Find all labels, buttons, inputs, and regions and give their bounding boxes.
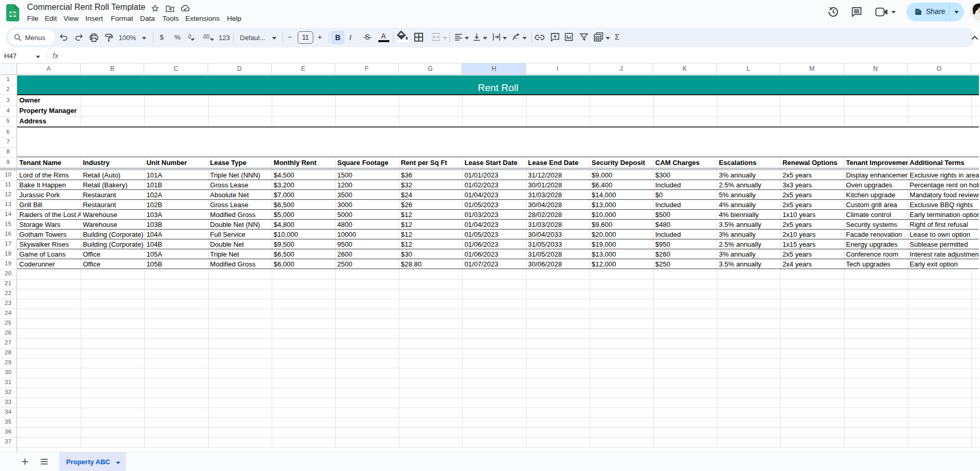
svg-text:.0: .0 bbox=[187, 34, 192, 40]
svg-text:A: A bbox=[514, 35, 517, 40]
svg-text:.00: .00 bbox=[202, 34, 209, 40]
